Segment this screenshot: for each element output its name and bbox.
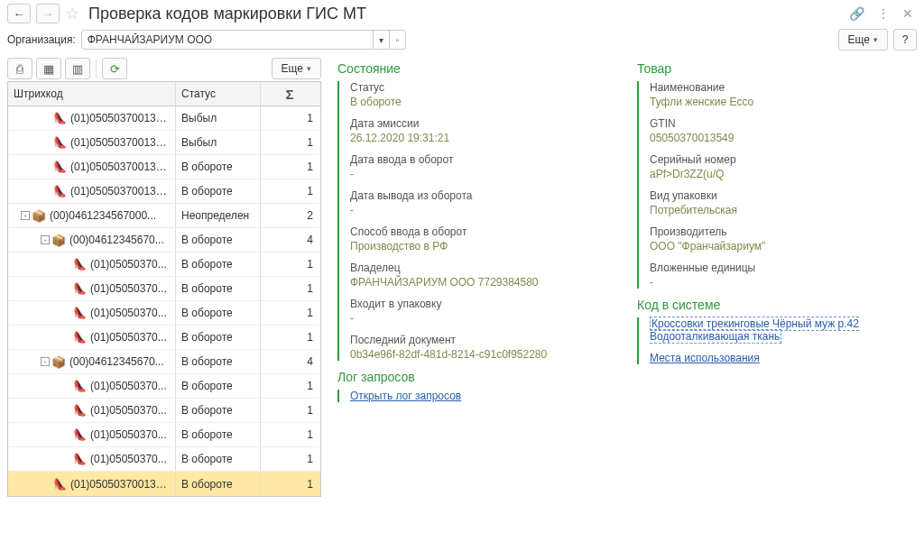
cell-sum: 1 <box>261 472 319 496</box>
codes-table: Штрихкод Статус Σ 👠(01)0505037001354...В… <box>7 81 321 497</box>
detail-field-label: Способ ввода в оборот <box>350 225 617 238</box>
help-label: ? <box>902 33 909 46</box>
scan-barcode-button[interactable]: ⎙ <box>7 58 32 79</box>
help-button[interactable]: ? <box>893 29 917 50</box>
table-row[interactable]: 👠(01)0505037001354...Выбыл1 <box>8 106 320 131</box>
cell-barcode: 👠(01)05050370... <box>8 277 176 300</box>
shoe-icon: 👠 <box>73 331 87 344</box>
detail-field-value: - <box>350 312 617 325</box>
shoe-icon: 👠 <box>53 136 67 149</box>
detail-field: GTIN05050370013549 <box>650 117 917 144</box>
cell-barcode: -📦(00)0461234567000... <box>8 204 176 227</box>
shoe-icon: 👠 <box>53 161 67 173</box>
detail-field: Серийный номерaPf>Dr3ZZ(u/Q <box>650 153 917 180</box>
table-row[interactable]: 👠(01)0505037001354...В обороте1 <box>8 472 320 496</box>
detail-field-label: Вложенные единицы <box>650 262 917 274</box>
shoe-icon: 👠 <box>73 380 87 392</box>
detail-field: Последний документ0b34e96f-82df-481d-821… <box>350 334 617 361</box>
shoe-icon: 👠 <box>53 112 67 124</box>
kebab-menu-icon[interactable]: ⋮ <box>873 6 893 21</box>
table-row[interactable]: 👠(01)05050370...В обороте1 <box>8 374 320 399</box>
table-row[interactable]: 👠(01)05050370...В обороте1 <box>8 399 320 423</box>
detail-field: ПроизводительООО "Франчайзариум" <box>650 225 917 252</box>
table-row[interactable]: 👠(01)05050370...В обороте1 <box>8 277 320 301</box>
cell-barcode: 👠(01)05050370... <box>8 326 176 349</box>
barcode-text: (01)0505037001354... <box>70 161 170 173</box>
chevron-down-icon: ▾ <box>873 35 878 44</box>
main-area: ⎙ ▦ ▥ ⟳ Еще ▾ Штрихкод Статус Σ 👠(01)050… <box>7 58 917 497</box>
col-status-header[interactable]: Статус <box>176 82 261 106</box>
table-row[interactable]: -📦(00)0461234567000...Неопределен2 <box>8 204 320 228</box>
table-row[interactable]: -📦(00)04612345670...В обороте4 <box>8 228 320 252</box>
organization-expand-icon[interactable]: ▫ <box>389 31 405 49</box>
table-more-button[interactable]: Еще ▾ <box>272 58 321 79</box>
barcode-text: (01)05050370... <box>90 331 167 344</box>
organization-dropdown-icon[interactable]: ▾ <box>373 31 389 49</box>
organization-field[interactable]: ФРАНЧАЙЗАРИУМ ООО ▾ ▫ <box>81 30 406 50</box>
shoe-icon: 👠 <box>73 307 87 319</box>
col-sum-header[interactable]: Σ <box>261 82 319 106</box>
cell-barcode: 👠(01)05050370... <box>8 301 176 325</box>
table-row[interactable]: 👠(01)05050370...В обороте1 <box>8 326 320 350</box>
shoe-icon: 👠 <box>73 258 87 271</box>
nav-back-button[interactable]: ← <box>7 4 31 23</box>
col-barcode-header[interactable]: Штрихкод <box>8 82 176 106</box>
barcode-text: (01)05050370... <box>90 428 167 441</box>
system-usage-link[interactable]: Места использования <box>650 352 760 364</box>
table-row[interactable]: 👠(01)05050370...В обороте1 <box>8 447 320 472</box>
detail-field-value: Производство в РФ <box>350 240 617 252</box>
cell-status: В обороте <box>176 447 261 471</box>
detail-field-label: Дата эмиссии <box>350 117 617 130</box>
table-row[interactable]: 👠(01)0505037001354...В обороте1 <box>8 179 320 204</box>
global-more-button[interactable]: Еще ▾ <box>838 29 888 50</box>
row-icon-cell: -📦 <box>14 355 66 369</box>
box-icon: 📦 <box>51 234 66 247</box>
state-column: Состояние СтатусВ оборотеДата эмиссии26.… <box>337 58 617 497</box>
table-row[interactable]: 👠(01)0505037001354...В обороте1 <box>8 155 320 179</box>
cell-status: В обороте <box>176 374 261 398</box>
barcode-text: (01)0505037001354... <box>70 185 170 197</box>
refresh-button[interactable]: ⟳ <box>102 58 127 79</box>
detail-field-value: Потребительская <box>650 204 917 216</box>
cell-status: В обороте <box>176 472 261 496</box>
filter-button[interactable]: ▥ <box>65 58 90 79</box>
cell-barcode: 👠(01)0505037001354... <box>8 106 176 130</box>
nav-forward-button[interactable]: → <box>36 4 60 23</box>
table-row[interactable]: 👠(01)05050370...В обороте1 <box>8 301 320 326</box>
detail-field-label: Владелец <box>350 262 617 274</box>
table-row[interactable]: 👠(01)05050370...В обороте1 <box>8 252 320 277</box>
cell-status: В обороте <box>176 399 261 422</box>
detail-field: Дата ввода в оборот- <box>350 153 617 180</box>
state-fields: СтатусВ оборотеДата эмиссии26.12.2020 19… <box>337 81 617 361</box>
detail-field: Дата эмиссии26.12.2020 19:31:21 <box>350 117 617 144</box>
table-row[interactable]: 👠(01)05050370...В обороте1 <box>8 423 320 447</box>
row-icon-cell: 👠 <box>14 331 87 344</box>
detail-field-label: Статус <box>350 81 617 94</box>
import-button[interactable]: ▦ <box>36 58 61 79</box>
cell-sum: 1 <box>261 179 319 203</box>
tree-expander-icon[interactable]: - <box>41 235 50 244</box>
system-product-link[interactable]: Кроссовки трекинговые Чёрный муж р.42 Во… <box>650 317 859 344</box>
cell-sum: 1 <box>261 155 319 179</box>
open-log-link[interactable]: Открыть лог запросов <box>350 390 461 402</box>
cell-sum: 1 <box>261 106 319 130</box>
organization-value: ФРАНЧАЙЗАРИУМ ООО <box>82 33 373 46</box>
favorite-star-icon[interactable]: ☆ <box>65 4 79 23</box>
detail-field-value: ФРАНЧАЙЗАРИУМ ООО 7729384580 <box>350 276 617 289</box>
row-icon-cell: 👠 <box>14 282 87 295</box>
row-icon-cell: 👠 <box>14 404 87 417</box>
barcode-text: (01)0505037001354... <box>70 136 170 149</box>
barcode-text: (01)05050370... <box>90 453 167 465</box>
link-icon[interactable]: 🔗 <box>845 6 868 21</box>
table-row[interactable]: 👠(01)0505037001354...Выбыл1 <box>8 131 320 155</box>
tree-expander-icon[interactable]: - <box>41 357 50 366</box>
cell-sum: 1 <box>261 131 319 154</box>
cell-sum: 1 <box>261 301 319 325</box>
cell-sum: 1 <box>261 399 319 422</box>
cell-sum: 1 <box>261 252 319 276</box>
close-icon[interactable]: ✕ <box>899 6 917 21</box>
cell-status: В обороте <box>176 423 261 446</box>
table-row[interactable]: -📦(00)04612345670...В обороте4 <box>8 350 320 374</box>
row-icon-cell: -📦 <box>14 234 66 247</box>
tree-expander-icon[interactable]: - <box>21 211 30 220</box>
